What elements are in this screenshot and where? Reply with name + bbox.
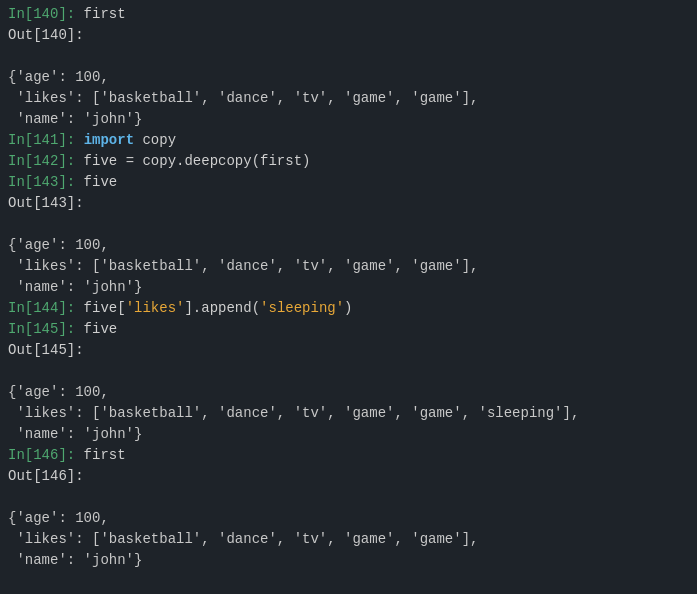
string-token: 'sleeping' — [260, 300, 344, 316]
code-line: 'likes': ['basketball', 'dance', 'tv', '… — [8, 256, 689, 277]
code-line: Out[143]: — [8, 193, 689, 214]
code-token: five[ — [75, 300, 125, 316]
output-text: 'name': 'john'} — [8, 111, 142, 127]
string-token: 'likes' — [126, 300, 185, 316]
terminal-output: In[140]: firstOut[140]: {'age': 100, 'li… — [8, 4, 689, 571]
code-line: In[145]: five — [8, 319, 689, 340]
empty-line — [8, 46, 689, 67]
in-label: In[145]: — [8, 321, 75, 337]
code-token: first — [75, 447, 125, 463]
code-token: five = copy.deepcopy(first) — [75, 153, 310, 169]
output-text: {'age': 100, — [8, 237, 109, 253]
out-label: Out[140]: — [8, 27, 84, 43]
code-line: 'name': 'john'} — [8, 277, 689, 298]
code-token: five — [75, 174, 117, 190]
code-line: Out[145]: — [8, 340, 689, 361]
code-token: copy — [134, 132, 176, 148]
code-token: first — [75, 6, 125, 22]
code-line: In[144]: five['likes'].append('sleeping'… — [8, 298, 689, 319]
code-line: 'likes': ['basketball', 'dance', 'tv', '… — [8, 403, 689, 424]
out-label: Out[146]: — [8, 468, 84, 484]
in-label: In[144]: — [8, 300, 75, 316]
in-label: In[141]: — [8, 132, 75, 148]
code-line: {'age': 100, — [8, 235, 689, 256]
code-token: five — [75, 321, 117, 337]
code-line: In[142]: five = copy.deepcopy(first) — [8, 151, 689, 172]
empty-line — [8, 361, 689, 382]
out-label: Out[145]: — [8, 342, 84, 358]
code-line: 'name': 'john'} — [8, 550, 689, 571]
code-line: 'name': 'john'} — [8, 109, 689, 130]
output-text: 'name': 'john'} — [8, 279, 142, 295]
in-label: In[146]: — [8, 447, 75, 463]
code-line: 'likes': ['basketball', 'dance', 'tv', '… — [8, 88, 689, 109]
output-text: 'likes': ['basketball', 'dance', 'tv', '… — [8, 90, 478, 106]
code-line: {'age': 100, — [8, 508, 689, 529]
in-label: In[143]: — [8, 174, 75, 190]
in-label: In[140]: — [8, 6, 75, 22]
empty-line — [8, 214, 689, 235]
output-text: {'age': 100, — [8, 384, 109, 400]
output-text: 'name': 'john'} — [8, 552, 142, 568]
empty-line — [8, 487, 689, 508]
output-text: 'likes': ['basketball', 'dance', 'tv', '… — [8, 531, 478, 547]
code-line: In[143]: five — [8, 172, 689, 193]
code-line: {'age': 100, — [8, 67, 689, 88]
in-label: In[142]: — [8, 153, 75, 169]
code-token — [75, 132, 83, 148]
output-text: 'likes': ['basketball', 'dance', 'tv', '… — [8, 405, 579, 421]
output-text: {'age': 100, — [8, 510, 109, 526]
code-line: 'name': 'john'} — [8, 424, 689, 445]
code-line: Out[146]: — [8, 466, 689, 487]
code-line: In[140]: first — [8, 4, 689, 25]
code-line: {'age': 100, — [8, 382, 689, 403]
code-token: ].append( — [184, 300, 260, 316]
keyword-token: import — [84, 132, 134, 148]
code-line: 'likes': ['basketball', 'dance', 'tv', '… — [8, 529, 689, 550]
out-label: Out[143]: — [8, 195, 84, 211]
code-line: In[141]: import copy — [8, 130, 689, 151]
code-token: ) — [344, 300, 352, 316]
output-text: 'name': 'john'} — [8, 426, 142, 442]
output-text: 'likes': ['basketball', 'dance', 'tv', '… — [8, 258, 478, 274]
code-line: In[146]: first — [8, 445, 689, 466]
code-line: Out[140]: — [8, 25, 689, 46]
output-text: {'age': 100, — [8, 69, 109, 85]
